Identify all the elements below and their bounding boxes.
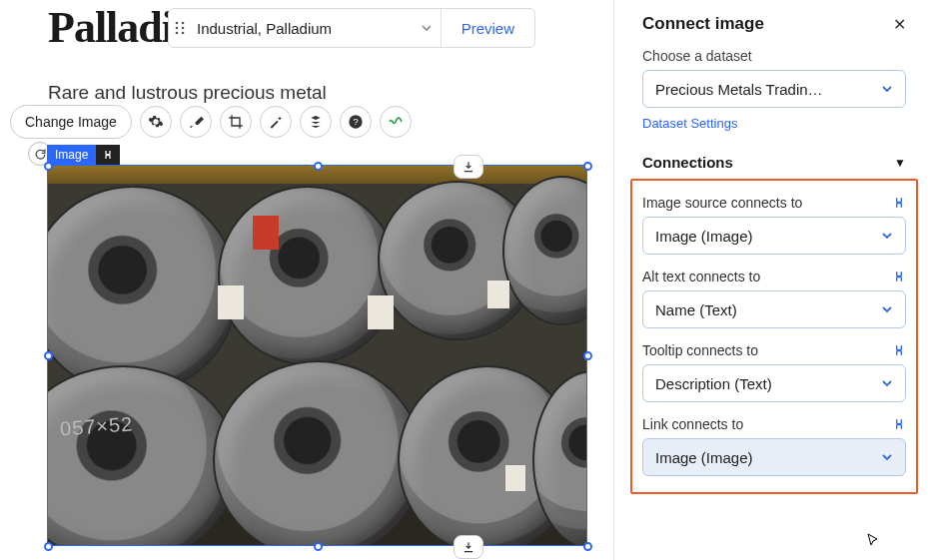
cursor-icon xyxy=(866,532,882,548)
row-label: Image source connects to xyxy=(642,195,802,211)
dataset-selected-value: Precious Metals Tradin… xyxy=(655,81,823,98)
row-label: Link connects to xyxy=(642,416,743,432)
select-value: Name (Text) xyxy=(655,301,737,318)
connection-icon[interactable] xyxy=(892,196,906,210)
chevron-down-icon xyxy=(881,83,893,95)
change-image-button[interactable]: Change Image xyxy=(10,105,132,139)
select-value: Description (Text) xyxy=(655,375,772,392)
svg-point-5 xyxy=(182,32,185,35)
dataset-label: Choose a dataset xyxy=(642,48,906,64)
resize-handle[interactable] xyxy=(44,351,53,360)
row-label: Tooltip connects to xyxy=(642,342,758,358)
connections-heading: Connections xyxy=(642,154,733,171)
resize-handle[interactable] xyxy=(583,542,592,551)
resize-handle[interactable] xyxy=(314,542,323,551)
page-subtitle: Rare and lustrous precious metal xyxy=(48,82,327,104)
crop-icon[interactable] xyxy=(220,106,252,138)
svg-point-3 xyxy=(182,27,185,30)
connection-row-tooltip: Tooltip connects to Description (Text) xyxy=(642,342,906,402)
svg-point-0 xyxy=(176,22,179,25)
connection-icon[interactable] xyxy=(96,145,120,165)
preview-button[interactable]: Preview xyxy=(442,20,534,37)
connection-row-link: Link connects to Image (Image) xyxy=(642,416,906,476)
link-select[interactable]: Image (Image) xyxy=(642,438,906,476)
svg-point-2 xyxy=(176,27,179,30)
gear-icon[interactable] xyxy=(140,106,172,138)
animation-icon[interactable] xyxy=(380,106,412,138)
svg-point-1 xyxy=(182,22,185,25)
breadcrumb: Industrial, Palladium Preview xyxy=(168,8,535,48)
select-value: Image (Image) xyxy=(655,449,753,466)
help-icon[interactable]: ? xyxy=(340,106,372,138)
editor-canvas-area: Palladium Rare and lustrous precious met… xyxy=(0,0,613,560)
download-top-icon[interactable] xyxy=(454,155,483,179)
dataset-select[interactable]: Precious Metals Tradin… xyxy=(642,70,906,108)
layers-icon[interactable] xyxy=(300,106,332,138)
image-source-select[interactable]: Image (Image) xyxy=(642,217,906,255)
connection-row-alt-text: Alt text connects to Name (Text) xyxy=(642,269,906,328)
download-bottom-icon[interactable] xyxy=(454,535,483,559)
resize-handle[interactable] xyxy=(314,162,323,171)
resize-handle[interactable] xyxy=(583,162,592,171)
connection-icon[interactable] xyxy=(892,417,906,431)
image-toolbar: Change Image ? xyxy=(10,104,412,140)
magic-wand-icon[interactable] xyxy=(260,106,292,138)
drag-handle-icon[interactable] xyxy=(169,21,191,35)
connection-icon[interactable] xyxy=(892,343,906,357)
chevron-down-icon xyxy=(881,451,893,463)
row-label: Alt text connects to xyxy=(642,269,760,284)
svg-text:?: ? xyxy=(353,117,358,127)
svg-point-4 xyxy=(176,32,179,35)
alt-text-select[interactable]: Name (Text) xyxy=(642,290,906,328)
dataset-settings-link[interactable]: Dataset Settings xyxy=(642,116,737,131)
resize-handle[interactable] xyxy=(44,162,53,171)
close-icon[interactable]: ✕ xyxy=(893,15,906,34)
chevron-down-icon xyxy=(881,377,893,389)
chevron-down-icon[interactable] xyxy=(421,22,433,34)
chevron-down-icon xyxy=(881,303,893,315)
breadcrumb-text[interactable]: Industrial, Palladium xyxy=(191,20,421,37)
select-value: Image (Image) xyxy=(655,228,753,245)
element-badge-label[interactable]: Image xyxy=(47,145,96,165)
resize-handle[interactable] xyxy=(44,542,53,551)
connect-panel: Connect image ✕ Choose a dataset Preciou… xyxy=(613,0,928,560)
resize-handle[interactable] xyxy=(583,351,592,360)
selected-image[interactable]: 057×52 xyxy=(47,165,587,546)
element-badge: Image xyxy=(47,145,120,165)
tooltip-select[interactable]: Description (Text) xyxy=(642,364,906,402)
panel-title: Connect image xyxy=(642,14,764,34)
brush-icon[interactable] xyxy=(180,106,212,138)
connection-row-image-source: Image source connects to Image (Image) xyxy=(642,195,906,255)
collapse-icon[interactable]: ▼ xyxy=(894,156,906,170)
connection-icon[interactable] xyxy=(892,270,906,283)
connections-highlight: Image source connects to Image (Image) A… xyxy=(630,179,918,494)
chevron-down-icon xyxy=(881,230,893,242)
